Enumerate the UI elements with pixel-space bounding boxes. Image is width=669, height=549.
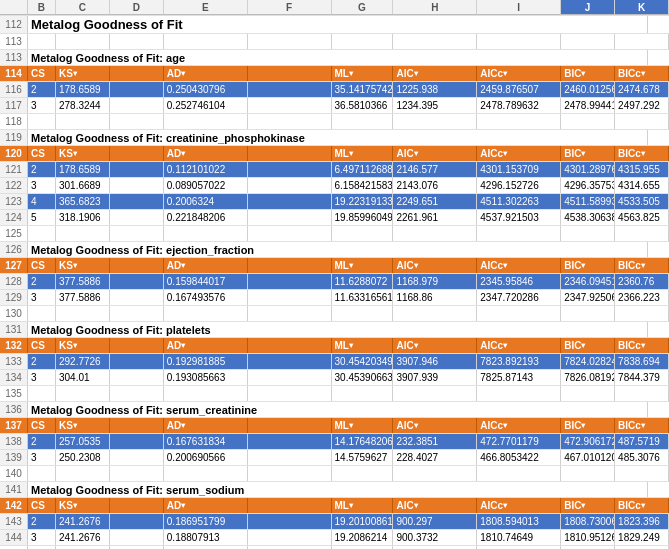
col-header-d: D — [110, 0, 164, 15]
table-row: 1432241.26760.18695179919.20100861900.29… — [0, 514, 669, 530]
col-header-e: E — [164, 0, 248, 15]
rn-123: 123 — [0, 194, 28, 209]
rn-132: 132 — [0, 338, 28, 353]
table-header-3: 132CSKS ▾AD ▾ML ▾AIC ▾AICc ▾BIC ▾BICc ▾ — [0, 338, 669, 354]
section-title-row-4: 136Metalog Goodness of Fit: serum_creati… — [0, 402, 669, 418]
table-row: 1173278.32440.25274610436.58103661234.39… — [0, 98, 669, 114]
col-header-f: F — [248, 0, 332, 15]
rn-127: 127 — [0, 258, 28, 273]
table-row: 1212178.65890.1121010226.4971126882146.5… — [0, 162, 669, 178]
section-title-3: Metalog Goodness of Fit: platelets — [28, 322, 648, 337]
col-header-j: J — [561, 0, 615, 15]
rn-128: 128 — [0, 274, 28, 289]
rn-143: 143 — [0, 514, 28, 529]
section-title-0: Metalog Goodness of Fit: age — [28, 50, 648, 65]
rn-141: 141 — [0, 482, 28, 497]
table-row: 1223301.66890.0890570226.1584215832143.0… — [0, 178, 669, 194]
section-title-4: Metalog Goodness of Fit: serum_creatinin… — [28, 402, 648, 417]
col-header-rn — [0, 0, 28, 15]
rn-125: 125 — [0, 226, 28, 241]
table-header-1: 120CSKS ▾AD ▾ML ▾AIC ▾AICc ▾BIC ▾BICc ▾ — [0, 146, 669, 162]
col-header-g: G — [332, 0, 394, 15]
rn-139: 139 — [0, 450, 28, 465]
section-title-2: Metalog Goodness of Fit: ejection_fracti… — [28, 242, 648, 257]
rn-137: 137 — [0, 418, 28, 433]
section-title-row-5: 141Metalog Goodness of Fit: serum_sodium — [0, 482, 669, 498]
main-title: Metalog Goodness of Fit — [28, 16, 648, 33]
rn-122: 122 — [0, 178, 28, 193]
column-header-row: B C D E F G H I J K — [0, 0, 669, 16]
rn-130: 130 — [0, 306, 28, 321]
empty-row-3: 135 — [0, 386, 669, 402]
section-title-5: Metalog Goodness of Fit: serum_sodium — [28, 482, 648, 497]
rn-124: 124 — [0, 210, 28, 225]
rn-133: 133 — [0, 354, 28, 369]
rn-131: 131 — [0, 322, 28, 337]
col-header-k: K — [615, 0, 669, 15]
col-header-b: B — [28, 0, 56, 15]
table-row: 1282377.58860.15984401711.62880721168.97… — [0, 274, 669, 290]
table-header-4: 137CSKS ▾AD ▾ML ▾AIC ▾AICc ▾BIC ▾BICc ▾ — [0, 418, 669, 434]
rn-134: 134 — [0, 370, 28, 385]
table-row: 1332292.77260.19298188530.454203493907.9… — [0, 354, 669, 370]
empty-row-4: 140 — [0, 466, 669, 482]
rn-129: 129 — [0, 290, 28, 305]
table-row: 1382257.05350.16763183414.17648206232.38… — [0, 434, 669, 450]
rn-114: 114 — [0, 66, 28, 81]
rn-138: 138 — [0, 434, 28, 449]
rn-126: 126 — [0, 242, 28, 257]
table-header-0: 114CSKS ▾AD ▾ML ▾AIC ▾AICc ▾BIC ▾BICc ▾ — [0, 66, 669, 82]
table-header-2: 127CSKS ▾AD ▾ML ▾AIC ▾AICc ▾BIC ▾BICc ▾ — [0, 258, 669, 274]
empty-row-1: 125 — [0, 226, 669, 242]
rn-116: 116 — [0, 82, 28, 97]
rn-135: 135 — [0, 386, 28, 401]
table-row: 1234365.68230.200632419.223191332249.651… — [0, 194, 669, 210]
row-112: 112 Metalog Goodness of Fit — [0, 16, 669, 34]
section-title-row-1: 119Metalog Goodness of Fit: creatinine_p… — [0, 130, 669, 146]
table-row: 1343304.010.19308566330.453906633907.939… — [0, 370, 669, 386]
spreadsheet: B C D E F G H I J K 112 Metalog Goodness… — [0, 0, 669, 549]
rn-119: 119 — [0, 130, 28, 145]
col-header-c: C — [56, 0, 110, 15]
table-row: 1393250.23080.20069056614.5759627228.402… — [0, 450, 669, 466]
table-row: 1293377.58860.16749357611.633165611168.8… — [0, 290, 669, 306]
row-113: 113 — [0, 34, 669, 50]
rn-140: 140 — [0, 466, 28, 481]
table-row: 1443241.26760.1880791319.2086214900.3732… — [0, 530, 669, 546]
rn-112: 112 — [0, 16, 28, 33]
table-row: 1162178.65890.25043079635.141757421225.9… — [0, 82, 669, 98]
table-row: 1245318.19060.22184820619.859960492261.9… — [0, 210, 669, 226]
table-header-5: 142CSKS ▾AD ▾ML ▾AIC ▾AICc ▾BIC ▾BICc ▾ — [0, 498, 669, 514]
section-title-row-0: 113Metalog Goodness of Fit: age — [0, 50, 669, 66]
rn-144: 144 — [0, 530, 28, 545]
rn-113: 113 — [0, 50, 28, 65]
empty-row-2: 130 — [0, 306, 669, 322]
section-title-row-3: 131Metalog Goodness of Fit: platelets — [0, 322, 669, 338]
rn-117: 117 — [0, 98, 28, 113]
rn-121: 121 — [0, 162, 28, 177]
section-title-1: Metalog Goodness of Fit: creatinine_phos… — [28, 130, 648, 145]
rn-136: 136 — [0, 402, 28, 417]
rn-120: 120 — [0, 146, 28, 161]
empty-row-0: 118 — [0, 114, 669, 130]
rn-118: 118 — [0, 114, 28, 129]
col-header-i: I — [477, 0, 561, 15]
col-header-h: H — [393, 0, 477, 15]
rn-113: 113 — [0, 34, 28, 49]
rn-142: 142 — [0, 498, 28, 513]
section-title-row-2: 126Metalog Goodness of Fit: ejection_fra… — [0, 242, 669, 258]
